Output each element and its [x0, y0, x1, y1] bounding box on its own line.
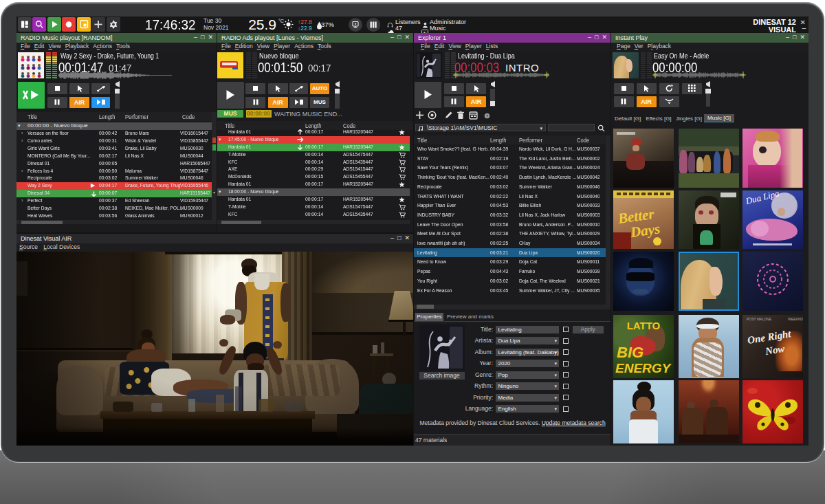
svg-text:One Right: One Right: [746, 328, 791, 346]
svg-text:Now: Now: [763, 343, 785, 358]
svg-text:BIG: BIG: [617, 344, 644, 361]
svg-text:LATTO: LATTO: [627, 320, 661, 331]
svg-text:WEEKND: WEEKND: [788, 317, 803, 321]
svg-text:POST MALONE: POST MALONE: [747, 317, 772, 321]
svg-text:Dua Lipa: Dua Lipa: [744, 190, 780, 206]
svg-text:ENERGY: ENERGY: [615, 361, 672, 375]
